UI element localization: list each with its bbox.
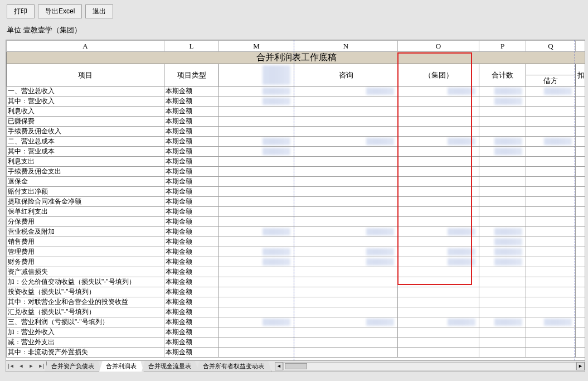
table-row[interactable]: 已赚保费本期金额 — [7, 117, 585, 127]
cell-l[interactable]: 本期金额 — [164, 137, 219, 147]
cell-p[interactable] — [479, 86, 526, 97]
cell-m[interactable] — [219, 337, 294, 348]
table-row[interactable]: 手续费及佣金支出本期金额 — [7, 167, 585, 177]
col-header-M[interactable]: M — [219, 41, 294, 52]
cell-n[interactable] — [294, 97, 398, 107]
cell-l[interactable]: 本期金额 — [164, 187, 219, 197]
cell-q[interactable] — [526, 277, 576, 287]
cell-n[interactable] — [294, 217, 398, 227]
cell-l[interactable]: 本期金额 — [164, 86, 219, 97]
cell-l[interactable]: 本期金额 — [164, 217, 219, 227]
cell-m[interactable] — [219, 147, 294, 157]
cell-a[interactable]: 赔付支出净额 — [7, 187, 164, 197]
tab-nav-prev[interactable]: ◄ — [16, 361, 26, 372]
cell-r[interactable] — [576, 207, 585, 217]
cell-a[interactable]: 其中：对联营企业和合营企业的投资收益 — [7, 297, 164, 307]
cell-p[interactable] — [479, 327, 526, 337]
exit-button[interactable]: 退出 — [85, 4, 113, 18]
cell-q[interactable] — [526, 177, 576, 187]
cell-p[interactable] — [479, 348, 526, 358]
col-header-P[interactable]: P — [479, 41, 526, 52]
cell-o[interactable] — [398, 157, 479, 167]
cell-n[interactable] — [294, 117, 398, 127]
cell-q[interactable] — [526, 247, 576, 257]
col-header-A[interactable]: A — [7, 41, 164, 52]
cell-o[interactable] — [398, 327, 479, 337]
cell-a[interactable]: 销售费用 — [7, 237, 164, 247]
cell-p[interactable] — [479, 107, 526, 117]
table-row[interactable]: 一、营业总收入本期金额 — [7, 86, 585, 97]
cell-o[interactable] — [398, 337, 479, 348]
cell-a[interactable]: 减：营业外支出 — [7, 337, 164, 348]
cell-n[interactable] — [294, 267, 398, 277]
cell-q[interactable] — [526, 297, 576, 307]
cell-a[interactable]: 加：公允价值变动收益（损失以"-"号填列） — [7, 277, 164, 287]
cell-q[interactable] — [526, 187, 576, 197]
cell-p[interactable] — [479, 337, 526, 348]
cell-o[interactable] — [398, 97, 479, 107]
cell-l[interactable]: 本期金额 — [164, 207, 219, 217]
cell-a[interactable]: 退保金 — [7, 177, 164, 187]
cell-a[interactable]: 利息支出 — [7, 157, 164, 167]
cell-m[interactable] — [219, 187, 294, 197]
cell-n[interactable] — [294, 307, 398, 317]
cell-l[interactable]: 本期金额 — [164, 157, 219, 167]
table-row[interactable]: 加：营业外收入本期金额 — [7, 327, 585, 337]
table-row[interactable]: 分保费用本期金额 — [7, 217, 585, 227]
cell-n[interactable] — [294, 107, 398, 117]
cell-a[interactable]: 汇兑收益（损失以"-"号填列） — [7, 307, 164, 317]
cell-p[interactable] — [479, 187, 526, 197]
cell-m[interactable] — [219, 86, 294, 97]
cell-o[interactable] — [398, 287, 479, 297]
cell-q[interactable] — [526, 97, 576, 107]
cell-m[interactable] — [219, 297, 294, 307]
cell-a[interactable]: 提取保险合同准备金净额 — [7, 197, 164, 207]
table-row[interactable]: 销售费用本期金额 — [7, 237, 585, 247]
cell-a[interactable]: 管理费用 — [7, 247, 164, 257]
cell-a[interactable]: 保单红利支出 — [7, 207, 164, 217]
cell-r[interactable] — [576, 307, 585, 317]
tab-nav-last[interactable]: ►| — [36, 361, 46, 372]
cell-r[interactable] — [576, 217, 585, 227]
cell-m[interactable] — [219, 227, 294, 237]
cell-q[interactable] — [526, 157, 576, 167]
cell-p[interactable] — [479, 267, 526, 277]
cell-p[interactable] — [479, 217, 526, 227]
cell-n[interactable] — [294, 317, 398, 327]
cell-q[interactable] — [526, 287, 576, 297]
cell-p[interactable] — [479, 257, 526, 267]
cell-r[interactable] — [576, 117, 585, 127]
cell-m[interactable] — [219, 107, 294, 117]
cell-l[interactable]: 本期金额 — [164, 267, 219, 277]
table-row[interactable]: 资产减值损失本期金额 — [7, 267, 585, 277]
table-row[interactable]: 财务费用本期金额 — [7, 257, 585, 267]
cell-p[interactable] — [479, 177, 526, 187]
cell-l[interactable]: 本期金额 — [164, 348, 219, 358]
cell-r[interactable] — [576, 247, 585, 257]
cell-n[interactable] — [294, 147, 398, 157]
cell-o[interactable] — [398, 197, 479, 207]
cell-q[interactable] — [526, 107, 576, 117]
table-row[interactable]: 其中：非流动资产外置损失本期金额 — [7, 348, 585, 358]
cell-o[interactable] — [398, 167, 479, 177]
cell-r[interactable] — [576, 177, 585, 187]
cell-p[interactable] — [479, 287, 526, 297]
cell-r[interactable] — [576, 127, 585, 137]
tab-cash-flow[interactable]: 合并现金流量表 — [142, 361, 198, 372]
cell-r[interactable] — [576, 287, 585, 297]
cell-n[interactable] — [294, 227, 398, 237]
cell-p[interactable] — [479, 307, 526, 317]
table-row[interactable]: 二、营业总成本本期金额 — [7, 137, 585, 147]
cell-m[interactable] — [219, 267, 294, 277]
table-row[interactable]: 加：公允价值变动收益（损失以"-"号填列）本期金额 — [7, 277, 585, 287]
cell-q[interactable] — [526, 197, 576, 207]
cell-a[interactable]: 资产减值损失 — [7, 267, 164, 277]
cell-r[interactable] — [576, 107, 585, 117]
table-row[interactable]: 三、营业利润（亏损以"-"号填列）本期金额 — [7, 317, 585, 327]
col-header-N[interactable]: N — [294, 41, 398, 52]
cell-a[interactable]: 其中：营业收入 — [7, 97, 164, 107]
cell-o[interactable] — [398, 217, 479, 227]
cell-a[interactable]: 利息收入 — [7, 107, 164, 117]
cell-m[interactable] — [219, 277, 294, 287]
scroll-track[interactable] — [283, 362, 576, 370]
